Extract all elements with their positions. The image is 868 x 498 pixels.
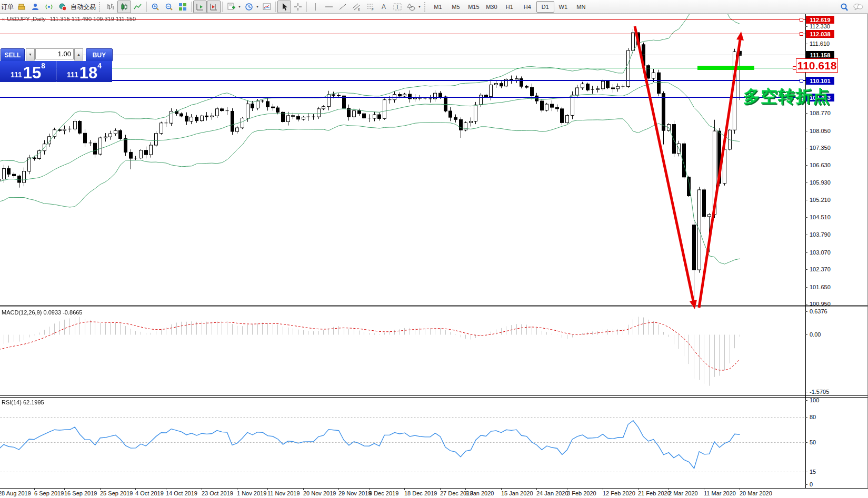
text-icon[interactable]: A [377, 1, 391, 13]
price-tag-110.101: 110.101 [806, 77, 834, 85]
timeframe-m5[interactable]: M5 [447, 1, 465, 13]
time-axis-label: 18 Dec 2019 [404, 490, 437, 496]
hline-marker[interactable] [800, 79, 803, 83]
timeframe-mn[interactable]: MN [572, 1, 590, 13]
turning-point-annotation[interactable]: 多空转折点 [743, 85, 830, 108]
accounts-icon[interactable] [28, 1, 42, 13]
buy-button[interactable]: BUY [86, 48, 113, 62]
sell-price-display[interactable]: 111 15 8 [0, 61, 56, 82]
bar-chart-icon[interactable] [104, 1, 117, 13]
price-callout-label[interactable]: 110.618 [796, 58, 838, 73]
main-price-chart[interactable] [0, 14, 805, 305]
hline-marker[interactable] [800, 18, 803, 22]
shapes-dropdown-arrow[interactable]: ▼ [418, 5, 421, 8]
crosshair-icon[interactable] [291, 1, 305, 13]
text-label-icon[interactable]: T [391, 1, 404, 13]
hline-109.413[interactable] [0, 97, 805, 98]
price-tag-112.619: 112.619 [806, 16, 834, 24]
equidistant-channel-icon[interactable]: E [350, 1, 363, 13]
volume-input[interactable] [35, 48, 74, 59]
collapse-icon[interactable]: « [2, 16, 5, 22]
toolbar-separator [191, 2, 192, 12]
volume-down-button[interactable]: ▼ [26, 48, 35, 60]
price-axis-tick [805, 182, 807, 183]
fibonacci-icon[interactable]: F [363, 1, 377, 13]
chart-shift-icon[interactable] [207, 1, 221, 13]
autotrade-icon[interactable] [56, 1, 69, 13]
panel-divider[interactable] [0, 305, 868, 306]
macd-axis-label: 0.6376 [810, 308, 827, 314]
rsi-axis-tick [805, 400, 807, 401]
time-axis-label: 23 Oct 2019 [202, 490, 233, 496]
price-axis-label: 107.350 [810, 145, 831, 151]
trendline-icon[interactable] [336, 1, 350, 13]
volume-up-button[interactable]: ▲ [74, 48, 83, 60]
price-tag-112.038: 112.038 [806, 30, 834, 38]
hline-marker[interactable] [800, 32, 803, 36]
cursor-icon[interactable] [277, 1, 291, 13]
new-order-button[interactable]: 订单 [1, 3, 14, 12]
line-chart-icon[interactable] [131, 1, 145, 13]
periodicity-icon[interactable] [242, 1, 256, 13]
hline-111.158[interactable] [0, 55, 805, 55]
community-icon[interactable] [42, 1, 56, 13]
candlestick-chart-icon[interactable] [117, 1, 131, 13]
new-chart-dropdown-arrow[interactable]: ▼ [238, 5, 241, 8]
macd-axis-tick [805, 392, 807, 392]
zoom-out-icon[interactable] [162, 1, 176, 13]
price-axis-tick [805, 44, 807, 44]
buy-price-display[interactable]: 111 18 4 [56, 61, 112, 82]
time-axis-label: 28 Aug 2019 [0, 490, 31, 496]
hline-110.101[interactable] [0, 80, 805, 81]
vertical-line-icon[interactable] [308, 1, 322, 13]
rsi-axis-tick [805, 442, 807, 443]
shapes-icon[interactable] [404, 1, 418, 13]
panel-divider[interactable] [0, 397, 868, 398]
price-axis-label: 105.210 [810, 197, 831, 203]
svg-text:E: E [358, 8, 360, 11]
search-icon[interactable] [837, 1, 851, 14]
sell-price-big: 15 [23, 66, 41, 80]
time-axis-label: 20 Mar 2020 [740, 490, 772, 496]
templates-icon[interactable] [260, 1, 274, 13]
time-axis-label: 24 Jan 2020 [536, 490, 568, 496]
price-axis-label: 112.330 [810, 23, 830, 29]
auto-scroll-icon[interactable] [193, 1, 207, 13]
panel-divider[interactable] [0, 395, 868, 396]
timeframe-d1[interactable]: D1 [536, 1, 554, 13]
hline-112.038[interactable] [0, 34, 805, 34]
buy-price-big: 18 [79, 66, 97, 80]
timeframe-h1[interactable]: H1 [501, 1, 518, 13]
toolbar-separator [306, 2, 307, 12]
autotrade-button[interactable]: 自动交易 [71, 3, 96, 12]
price-axis-label: 102.370 [810, 266, 831, 272]
time-axis-label: 2 Mar 2020 [669, 490, 698, 496]
rsi-indicator-panel[interactable] [0, 398, 805, 488]
periodicity-dropdown-arrow[interactable]: ▼ [256, 5, 259, 8]
new-order-icon[interactable] [15, 1, 28, 13]
macd-indicator-panel[interactable] [0, 307, 805, 395]
rsi-axis-tick [805, 417, 807, 418]
macd-axis-label: 0.00 [810, 331, 821, 338]
new-chart-icon[interactable] [224, 1, 238, 13]
sell-button[interactable]: SELL [1, 48, 25, 62]
hline-110.618[interactable] [0, 68, 805, 68]
time-axis-label: 3 Feb 2020 [567, 490, 596, 496]
zoom-in-icon[interactable] [148, 1, 162, 13]
timeframe-m30[interactable]: M30 [483, 1, 501, 13]
timeframe-m15[interactable]: M15 [465, 1, 483, 13]
hline-112.619[interactable] [0, 19, 805, 20]
thick-level-trendline[interactable] [697, 66, 754, 70]
rsi-axis-tick [805, 472, 807, 472]
panel-divider[interactable] [0, 307, 868, 307]
tile-windows-icon[interactable] [176, 1, 189, 13]
chat-icon[interactable] [851, 1, 865, 14]
horizontal-line-icon[interactable] [322, 1, 336, 13]
timeframe-h4[interactable]: H4 [518, 1, 536, 13]
timeframe-m1[interactable]: M1 [429, 1, 447, 13]
timeframe-group: M1M5M15M30H1H4D1W1MN [429, 1, 590, 13]
rsi-label: RSI(14) 62.1995 [2, 399, 44, 405]
timeframe-w1[interactable]: W1 [554, 1, 572, 13]
price-axis-label: 104.510 [810, 214, 831, 220]
one-click-trading-widget: SELL ▼ ▲ BUY 111 15 8 111 18 4 [0, 24, 112, 58]
